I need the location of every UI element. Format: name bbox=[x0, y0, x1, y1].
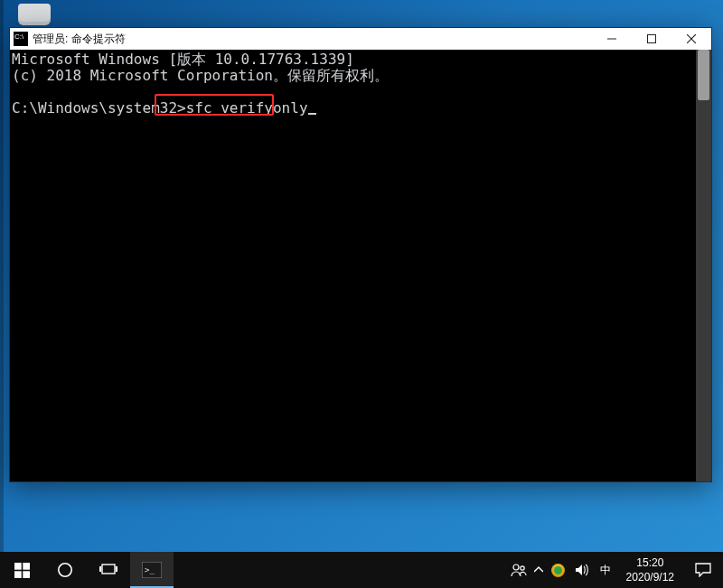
console-prompt: C:\Windows\system32> bbox=[12, 99, 186, 117]
close-icon bbox=[687, 34, 696, 43]
taskbar-spacer bbox=[174, 552, 507, 588]
taskview-button[interactable] bbox=[87, 552, 130, 588]
people-button[interactable] bbox=[507, 552, 531, 588]
start-icon bbox=[14, 563, 30, 578]
taskbar-app-cmd[interactable]: >_ bbox=[130, 552, 174, 588]
people-icon bbox=[511, 562, 527, 578]
close-button[interactable] bbox=[671, 28, 711, 50]
tray-overflow-button[interactable] bbox=[531, 552, 547, 588]
defender-icon bbox=[551, 564, 565, 577]
svg-rect-8 bbox=[99, 566, 101, 572]
start-button[interactable] bbox=[0, 552, 43, 588]
svg-rect-4 bbox=[14, 571, 22, 578]
action-center-icon bbox=[695, 563, 711, 577]
system-tray: 中 15:20 2020/9/12 bbox=[507, 552, 723, 588]
console-line: Microsoft Windows [版本 10.0.17763.1339] bbox=[12, 51, 354, 68]
cortana-button[interactable] bbox=[43, 552, 87, 588]
console-output[interactable]: Microsoft Windows [版本 10.0.17763.1339] (… bbox=[10, 50, 696, 481]
window-title: 管理员: 命令提示符 bbox=[33, 32, 592, 47]
svg-rect-9 bbox=[116, 566, 117, 572]
ime-label: 中 bbox=[600, 563, 611, 578]
wallpaper-edge bbox=[0, 0, 4, 588]
svg-point-6 bbox=[59, 564, 71, 576]
taskbar-left: >_ bbox=[0, 552, 174, 588]
console-cursor bbox=[308, 113, 316, 115]
minimize-icon bbox=[607, 34, 616, 43]
window-titlebar[interactable]: 管理员: 命令提示符 bbox=[10, 28, 711, 50]
window-controls bbox=[592, 28, 711, 50]
cmd-taskbar-icon: >_ bbox=[142, 562, 162, 578]
taskview-icon bbox=[99, 563, 117, 577]
taskbar: >_ bbox=[0, 552, 723, 588]
console-command: sfc verifyonly bbox=[186, 99, 308, 117]
maximize-button[interactable] bbox=[632, 28, 671, 50]
console-area: Microsoft Windows [版本 10.0.17763.1339] (… bbox=[10, 50, 711, 481]
svg-point-12 bbox=[513, 565, 519, 570]
svg-rect-2 bbox=[14, 563, 22, 570]
minimize-button[interactable] bbox=[592, 28, 632, 50]
cortana-icon bbox=[57, 562, 73, 578]
clock-button[interactable]: 15:20 2020/9/12 bbox=[617, 553, 683, 587]
maximize-icon bbox=[647, 34, 656, 43]
security-tray-button[interactable] bbox=[547, 552, 570, 588]
svg-text:>_: >_ bbox=[145, 565, 155, 574]
volume-icon bbox=[575, 563, 589, 577]
chevron-up-icon bbox=[534, 565, 543, 574]
recycle-bin[interactable] bbox=[13, 4, 56, 29]
desktop: 管理员: 命令提示符 Microsoft Windows [版本 10.0.17… bbox=[0, 0, 723, 588]
svg-rect-0 bbox=[607, 39, 616, 40]
clock-time: 15:20 bbox=[626, 555, 674, 570]
action-center-button[interactable] bbox=[683, 563, 723, 577]
svg-rect-7 bbox=[102, 565, 115, 574]
ime-indicator[interactable]: 中 bbox=[594, 552, 617, 588]
scrollbar-thumb[interactable] bbox=[698, 50, 709, 100]
svg-rect-1 bbox=[648, 35, 656, 43]
cmd-window: 管理员: 命令提示符 Microsoft Windows [版本 10.0.17… bbox=[9, 27, 712, 482]
cmd-icon bbox=[14, 32, 28, 46]
vertical-scrollbar[interactable] bbox=[696, 50, 711, 481]
recycle-bin-icon bbox=[18, 4, 51, 25]
console-line: (c) 2018 Microsoft Corporation。保留所有权利。 bbox=[12, 67, 389, 84]
svg-rect-5 bbox=[23, 571, 30, 578]
svg-rect-3 bbox=[23, 563, 30, 570]
svg-point-13 bbox=[520, 566, 523, 570]
clock-date: 2020/9/12 bbox=[626, 570, 674, 584]
volume-tray-button[interactable] bbox=[570, 552, 594, 588]
